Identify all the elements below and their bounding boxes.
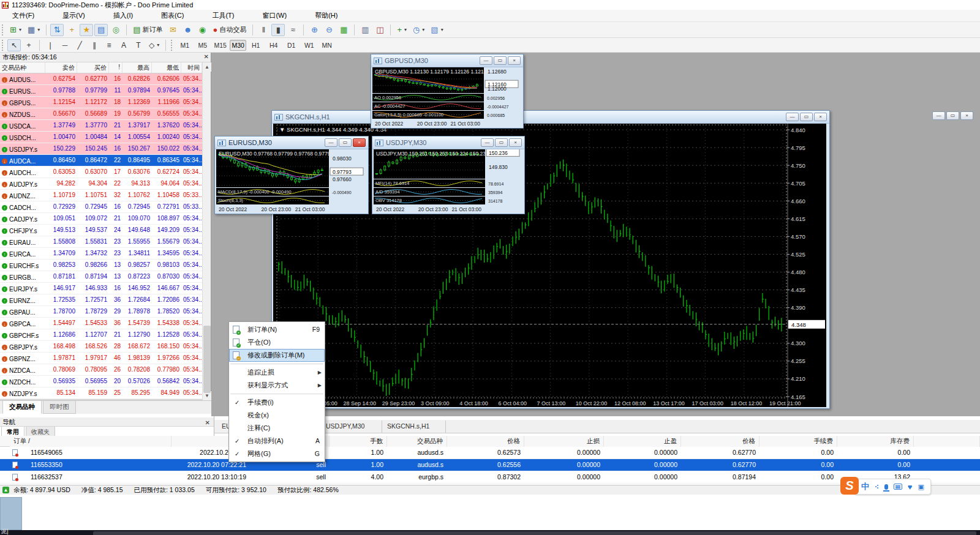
scroll-up-icon[interactable]: ▲ — [203, 62, 211, 72]
minimize-button[interactable]: — — [932, 111, 945, 120]
bar-chart-button[interactable]: ‖ — [257, 24, 270, 36]
market-watch-row[interactable]: ↓AUDCA...0.864500.86472220.864950.863450… — [0, 155, 202, 166]
close-button[interactable]: × — [960, 111, 973, 120]
profiles-button[interactable]: ▦▾ — [25, 24, 42, 36]
context-menu-item[interactable]: ✓自动排列(A)A — [229, 435, 325, 447]
sogou-logo[interactable]: S — [840, 477, 859, 495]
minimize-button[interactable]: — — [786, 113, 799, 121]
minimize-button[interactable]: — — [480, 56, 492, 65]
terminal-button[interactable]: ▤ — [94, 24, 108, 36]
id-card-icon[interactable]: ▣ — [918, 483, 924, 491]
minimize-button[interactable]: — — [325, 138, 337, 147]
community-button[interactable]: ☻ — [181, 24, 195, 36]
orders-col-price2[interactable]: 价格 — [681, 436, 760, 447]
orders-col-symbol[interactable]: 交易品种 — [387, 436, 447, 447]
mw-col-![interactable]: ! — [109, 62, 123, 73]
shapes-tool-button[interactable]: ◇▾ — [146, 39, 162, 51]
close-icon[interactable]: ✕ — [205, 419, 210, 426]
context-menu-item[interactable]: ✓网格(G)G — [229, 447, 325, 460]
market-watch-row[interactable]: ↓AUDUS...0.627540.62770160.628260.626060… — [0, 73, 202, 85]
menu-item-图表(C)[interactable]: 图表(C) — [154, 10, 191, 21]
market-watch-row[interactable]: ↑EURCA...1.347091.34732231.348111.345950… — [0, 248, 202, 260]
market-button[interactable]: ◉ — [196, 24, 209, 36]
metaeditor-button[interactable]: ✉ — [167, 24, 180, 36]
new-order-button[interactable]: ▤新订单 — [130, 24, 165, 36]
market-watch-row[interactable]: ↑EURAU...1.558081.55831231.559551.556790… — [0, 236, 202, 248]
context-menu-item[interactable]: –修改或删除订单(M) — [229, 349, 325, 362]
chart-canvas-eurusd-m30[interactable]: EURUSD,M30 0.97768 0.97799 0.97768 0.977… — [216, 149, 367, 212]
tile-windows-button[interactable]: ▦ — [337, 24, 350, 36]
market-watch-row[interactable]: ↑EURUS...0.977880.97799110.978940.976450… — [0, 85, 202, 97]
autotrading-button[interactable]: ●自动交易 — [211, 24, 249, 36]
market-watch-row[interactable]: ↓AUDNZ...1.107191.10751321.107621.104580… — [0, 190, 202, 201]
window-title-bar[interactable]: USDJPY,M30—▭× — [372, 137, 524, 149]
close-button[interactable]: × — [508, 56, 521, 65]
timeframe-H1-button[interactable]: H1 — [247, 40, 264, 51]
window-title-bar[interactable]: GBPUSD,M30—▭× — [371, 54, 523, 67]
market-watch-row[interactable]: ↑CHFJPY.s149.513149.53724149.648149.2090… — [0, 225, 202, 236]
crosshair-tool-button[interactable]: + — [22, 39, 36, 51]
market-watch-row[interactable]: ↑EURNZ...1.725351.72571361.726841.720860… — [0, 294, 202, 306]
mw-col-最高[interactable]: 最高 — [123, 62, 152, 73]
market-watch-row[interactable]: ↓GBPCA...1.544971.54533361.547391.543380… — [0, 318, 202, 329]
cascade-windows-button[interactable]: ▥ — [358, 24, 372, 36]
minimize-button[interactable]: — — [481, 138, 494, 147]
orders-col-tp[interactable]: 止盈 — [604, 436, 681, 447]
favorite-icon[interactable]: ♥ — [908, 482, 913, 492]
timeframe-M15-button[interactable]: M15 — [212, 40, 228, 51]
equidistant-channel-tool-button[interactable]: ∥ — [88, 39, 101, 51]
mw-col-交易品种[interactable]: 交易品种 — [0, 62, 45, 73]
vertical-line-tool-button[interactable]: | — [43, 39, 57, 51]
menu-item-工具(T)[interactable]: 工具(T) — [205, 10, 241, 21]
market-watch-scrollbar[interactable]: ▲ ▼ — [202, 62, 211, 400]
market-watch-row[interactable]: ↑USDCA...1.377491.37770211.379171.376200… — [0, 120, 202, 132]
mw-col-卖价[interactable]: 卖价 — [45, 62, 77, 73]
market-watch-row[interactable]: ↓NZDJPY.s85.13485.1592585.29584.94905:34… — [0, 387, 202, 399]
context-menu-item[interactable]: ✓手续费(i) — [229, 396, 325, 409]
tab-交易品种[interactable]: 交易品种 — [2, 401, 42, 414]
window-tab-USDJPY,M30[interactable]: USDJPY,M30 — [321, 421, 382, 433]
chart-canvas-usdjpy-m30[interactable]: USDJPY,M30 150.251 150.253 150.224 150.2… — [374, 149, 523, 212]
strategy-tester-button[interactable]: ◎ — [109, 24, 123, 36]
tab-即时图[interactable]: 即时图 — [43, 401, 76, 414]
chart-canvas-gbpusd-m30[interactable]: GBPUSD,M30 1.12130 1.12179 1.12126 1.121… — [372, 67, 522, 127]
timeframe-H4-button[interactable]: H4 — [265, 40, 282, 51]
taskbar-tray[interactable] — [93, 531, 976, 535]
cursor-tool-button[interactable]: ↖ — [7, 39, 21, 51]
data-window-button[interactable]: + — [65, 24, 78, 36]
menu-item-文件(F)[interactable]: 文件(F) — [5, 10, 42, 21]
mw-col-最低[interactable]: 最低 — [152, 62, 181, 73]
fibonacci-tool-button[interactable]: ≡ — [102, 39, 116, 51]
mw-col-时间[interactable]: 时间 — [181, 62, 202, 73]
orders-col-profit[interactable] — [914, 436, 980, 447]
market-watch-row[interactable]: ↓NZDCA...0.780690.78095260.782080.779800… — [0, 364, 202, 376]
periods-button[interactable]: ◷▾ — [410, 24, 427, 36]
context-menu-item[interactable]: 获利显示方式▶ — [229, 379, 325, 392]
window-tab-SKGCNH.s,H1[interactable]: SKGCNH.s,H1 — [382, 421, 446, 433]
timeframe-D1-button[interactable]: D1 — [283, 40, 300, 51]
horizontal-line-tool-button[interactable]: ─ — [58, 39, 72, 51]
market-watch-row[interactable]: ↑EURJPY.s146.917146.93316146.952146.6670… — [0, 283, 202, 294]
market-watch-row[interactable]: ↑USDCH...1.004701.00484141.005541.002400… — [0, 132, 202, 143]
templates-button[interactable]: ▧▾ — [428, 24, 445, 36]
restore-button[interactable]: ▭ — [494, 56, 507, 65]
context-menu-item[interactable]: 注释(C) — [229, 422, 325, 435]
text-label-tool-button[interactable]: T — [132, 39, 145, 51]
ime-language-toggle[interactable]: 中 — [861, 481, 869, 492]
indicators-button[interactable]: +▾ — [394, 24, 409, 36]
orders-col-lots[interactable]: 手数 — [330, 436, 387, 447]
orders-col-order[interactable]: 订单 / — [10, 436, 172, 447]
context-menu-item[interactable]: 追踪止损▶ — [229, 366, 325, 379]
restore-button[interactable]: ▭ — [946, 111, 959, 120]
market-watch-row[interactable]: ↑EURCHF.s0.982530.98266130.982570.981030… — [0, 260, 202, 271]
market-watch-row[interactable]: ↑EURGB...0.871810.87194130.872230.870300… — [0, 271, 202, 283]
timeframe-MN-button[interactable]: MN — [318, 40, 335, 51]
orders-col-commission[interactable]: 手续费 — [760, 436, 837, 447]
order-row-116553350[interactable]: 1165533502022.10.20 07:22:21sell1.00audu… — [0, 459, 980, 471]
timeframe-M5-button[interactable]: M5 — [194, 40, 211, 51]
menu-item-显示(V)[interactable]: 显示(V) — [55, 10, 92, 21]
microphone-icon[interactable] — [884, 484, 888, 490]
restore-button[interactable]: ▭ — [800, 113, 813, 121]
zoom-out-button[interactable]: ⊖ — [322, 24, 336, 36]
market-watch-row[interactable]: ↑CADJPY.s109.051109.07221109.070108.8970… — [0, 213, 202, 225]
